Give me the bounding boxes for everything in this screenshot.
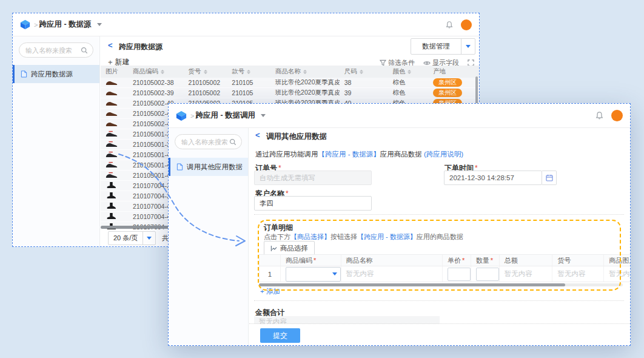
notification-bell-icon[interactable] (595, 111, 604, 120)
datacall-header: > 跨应用 - 数据调用 (169, 104, 630, 128)
horizontal-scrollbar[interactable] (259, 283, 623, 286)
column-header[interactable]: 款号 (227, 66, 270, 78)
add-row-label: 添加 (266, 288, 280, 295)
column-header[interactable]: 颜色 (387, 66, 428, 78)
user-avatar[interactable] (611, 110, 623, 121)
caret-down-icon (261, 114, 266, 117)
table-cell (101, 181, 128, 190)
data-manage-dropdown[interactable]: 数据管理 (411, 38, 475, 55)
shoe-image (106, 89, 118, 96)
origin-badge: 泉州区 (433, 89, 462, 97)
product-code-select[interactable] (286, 267, 341, 282)
quantity-input[interactable] (476, 268, 499, 281)
column-label: 商品编码 (133, 67, 158, 76)
table-cell: 班比帝伦2020夏季真皮.. (270, 89, 340, 97)
add-row-button[interactable]: + 添加 (260, 287, 280, 296)
table-cell (101, 140, 128, 149)
table-cell: 泉州区 (428, 89, 479, 97)
scrollbar-thumb[interactable] (259, 283, 565, 286)
back-button[interactable]: < (108, 41, 113, 50)
column-header[interactable]: 尺码 (340, 66, 388, 78)
table-cell (101, 202, 128, 211)
column-label: 货号 (189, 67, 201, 76)
sidebar-search[interactable] (19, 42, 93, 58)
order-no-input (254, 171, 372, 185)
column-header: 产地 (428, 66, 479, 78)
quantity-cell (471, 266, 500, 282)
back-button[interactable]: < (255, 130, 260, 140)
app-title-dropdown[interactable]: 跨应用 - 数据调用 (195, 110, 266, 121)
column-header: 商品编码* (281, 255, 341, 266)
table-cell: 班比帝伦2020夏季真皮.. (270, 78, 340, 87)
table-row[interactable]: 210105002-39210105002210105班比帝伦2020夏季真皮.… (101, 88, 479, 98)
table-header-row: 图片商品编码货号款号商品名称尺码颜色产地 (101, 66, 479, 78)
datacall-main: < 调用其他应用数据 通过跨应用功能调用【跨应用 - 数据源】应用商品数据 (跨… (249, 128, 630, 345)
page-size-caret[interactable] (143, 232, 155, 245)
column-header (260, 255, 281, 266)
search-icon (81, 47, 88, 54)
shoe-image (106, 99, 118, 106)
table-cell (101, 109, 128, 118)
column-header[interactable]: 商品编码 (128, 66, 184, 78)
caret-down-icon (332, 272, 337, 275)
caret-down-icon (147, 237, 152, 240)
notification-bell-icon[interactable] (445, 21, 454, 29)
page-description: 通过跨应用功能调用【跨应用 - 数据源】应用商品数据 (跨应用说明) (255, 150, 463, 159)
sidebar-item-datasource[interactable]: 跨应用数据源 (13, 65, 99, 83)
dropdown-caret-button[interactable] (461, 39, 475, 54)
sort-icon[interactable] (408, 70, 411, 74)
page-size-select[interactable]: 20 条/页 (108, 231, 156, 245)
order-time-input[interactable] (444, 171, 542, 185)
page-title: 调用其他应用数据 (266, 132, 327, 142)
unit-price-input[interactable] (448, 268, 471, 281)
caret-down-icon (97, 23, 102, 26)
cross-app-help-link[interactable]: (跨应用说明) (424, 150, 463, 158)
column-header[interactable]: 货号 (184, 66, 227, 78)
boot-image (106, 202, 116, 209)
calendar-picker-button[interactable] (542, 171, 557, 185)
table-cell: 210105 (227, 79, 270, 86)
chart-icon (270, 245, 277, 252)
column-header[interactable]: 商品名称 (270, 66, 340, 78)
datasource-app-link[interactable]: 【跨应用 - 数据源】 (318, 150, 380, 158)
sort-icon[interactable] (161, 70, 164, 74)
table-cell (101, 99, 128, 107)
app-title-dropdown[interactable]: 跨应用 - 数据源 (39, 19, 101, 30)
table-cell: 210105 (227, 89, 270, 96)
table-cell (101, 78, 128, 87)
search-input[interactable] (180, 138, 229, 146)
app-title-label: 跨应用 - 数据调用 (195, 110, 255, 121)
sort-icon[interactable] (360, 70, 363, 74)
sort-icon[interactable] (303, 70, 307, 74)
user-avatar[interactable] (461, 19, 472, 30)
column-header: 图片 (101, 66, 128, 78)
sort-icon[interactable] (204, 70, 207, 74)
app-cube-logo-icon[interactable] (20, 19, 30, 30)
table-cell (101, 130, 128, 138)
submit-button[interactable]: 提交 (260, 328, 300, 343)
section-divider (254, 214, 624, 215)
datasource-app-link[interactable]: 【跨应用 - 数据源】 (357, 233, 417, 240)
document-icon (21, 70, 27, 78)
app-cube-logo-icon[interactable] (176, 110, 187, 121)
column-header: 商品图片 (604, 255, 630, 266)
table-cell (101, 120, 128, 128)
datacall-window: > 跨应用 - 数据调用 (168, 103, 631, 346)
order-detail-helper: 点击下方【商品选择】按钮选择【跨应用 - 数据源】应用的商品数据 (264, 232, 463, 241)
table-row[interactable]: 210105002-38210105002210105班比帝伦2020夏季真皮.… (101, 78, 479, 88)
product-select-label: 商品选择 (280, 244, 308, 253)
product-select-button[interactable]: 商品选择 (264, 241, 315, 255)
sidebar-search[interactable] (175, 134, 242, 149)
boot-image (106, 212, 116, 220)
sort-icon[interactable] (247, 70, 250, 74)
sidebar-item-datacall[interactable]: 调用其他应用数据 (169, 158, 248, 176)
product-name-cell: 暂无内容 (341, 266, 443, 282)
table-cell (101, 150, 128, 159)
customer-input[interactable] (254, 196, 372, 211)
product-select-link[interactable]: 【商品选择】 (290, 233, 330, 240)
chevron-right-icon: > (34, 21, 38, 29)
sneaker-image (106, 150, 118, 158)
origin-badge: 泉州区 (433, 78, 462, 87)
table-cell: 泉州区 (428, 78, 479, 87)
search-input[interactable] (24, 46, 81, 55)
